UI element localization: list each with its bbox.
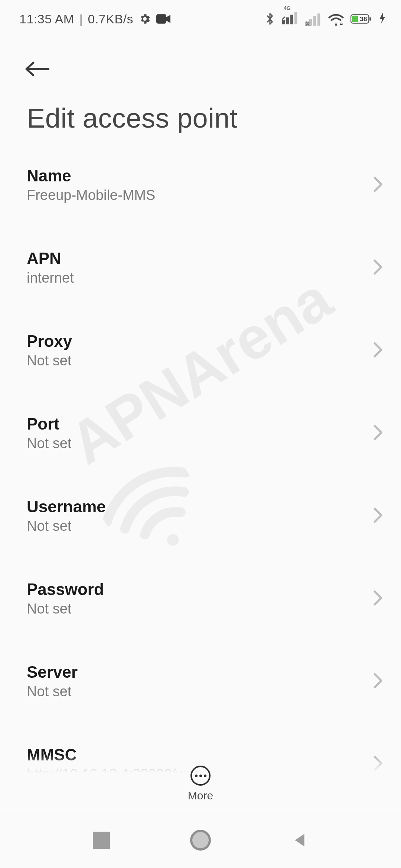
- navigation-bar: [0, 812, 401, 868]
- status-net-speed: 0.7KB/s: [88, 12, 134, 26]
- row-value: Not set: [27, 353, 374, 369]
- battery-icon: 38: [351, 13, 372, 25]
- charging-icon: [379, 12, 385, 26]
- row-title: APN: [27, 249, 374, 268]
- back-button[interactable]: [24, 56, 50, 82]
- settings-list: Name Freeup-Mobile-MMS APN internet Prox…: [0, 152, 401, 797]
- chevron-right-icon: [373, 259, 383, 277]
- status-separator: |: [79, 12, 83, 26]
- chevron-right-icon: [373, 424, 383, 442]
- row-password[interactable]: Password Not set: [0, 565, 401, 632]
- row-apn[interactable]: APN internet: [0, 234, 401, 301]
- svg-point-9: [339, 21, 343, 26]
- signal-sim1: 4G: [282, 10, 299, 27]
- chevron-right-icon: [373, 590, 383, 608]
- row-username[interactable]: Username Not set: [0, 483, 401, 549]
- chevron-right-icon: [373, 176, 383, 194]
- status-bar: 11:35 AM | 0.7KB/s 4G: [0, 0, 401, 38]
- row-value: Not set: [27, 435, 374, 451]
- battery-percent-text: 38: [360, 15, 367, 23]
- svg-rect-11: [352, 16, 358, 22]
- row-name[interactable]: Name Freeup-Mobile-MMS: [0, 152, 401, 218]
- row-title: Server: [27, 663, 374, 681]
- row-value: Not set: [27, 684, 374, 700]
- divider: [0, 810, 401, 810]
- triangle-back-icon: [292, 832, 307, 848]
- row-value: Freeup-Mobile-MMS: [27, 187, 374, 203]
- signal-4g-label: 4G: [284, 5, 291, 11]
- square-icon: [93, 832, 110, 849]
- wifi-icon: [328, 12, 344, 26]
- more-button[interactable]: [190, 766, 211, 786]
- circle-icon: [190, 830, 211, 851]
- more-dots-icon: [195, 775, 206, 777]
- chevron-right-icon: [373, 342, 383, 359]
- row-title: Username: [27, 497, 374, 516]
- nav-recent-button[interactable]: [88, 827, 115, 854]
- row-value: Not set: [27, 518, 374, 534]
- row-port[interactable]: Port Not set: [0, 400, 401, 466]
- row-value: internet: [27, 270, 374, 286]
- row-server[interactable]: Server Not set: [0, 648, 401, 714]
- row-title: Password: [27, 580, 374, 599]
- svg-rect-2: [286, 17, 289, 24]
- row-title: Proxy: [27, 332, 374, 351]
- row-proxy[interactable]: Proxy Not set: [0, 317, 401, 384]
- camera-icon: [156, 14, 170, 24]
- nav-home-button[interactable]: [187, 827, 214, 854]
- row-title: Port: [27, 415, 374, 433]
- row-title: Name: [27, 167, 374, 185]
- bluetooth-icon: [264, 12, 276, 26]
- svg-rect-4: [294, 12, 297, 24]
- svg-rect-7: [313, 16, 316, 26]
- more-label: More: [188, 789, 213, 802]
- svg-rect-8: [317, 13, 320, 26]
- chevron-right-icon: [373, 673, 383, 690]
- page-title: Edit access point: [0, 82, 401, 152]
- chevron-right-icon: [373, 507, 383, 525]
- signal-sim2: [305, 12, 322, 26]
- nav-back-button[interactable]: [286, 827, 313, 854]
- svg-rect-0: [156, 14, 166, 23]
- gear-icon: [138, 13, 151, 25]
- svg-rect-12: [369, 17, 371, 21]
- svg-rect-6: [309, 19, 312, 26]
- status-time: 11:35 AM: [19, 12, 74, 26]
- svg-rect-3: [290, 15, 293, 24]
- row-value: Not set: [27, 601, 374, 617]
